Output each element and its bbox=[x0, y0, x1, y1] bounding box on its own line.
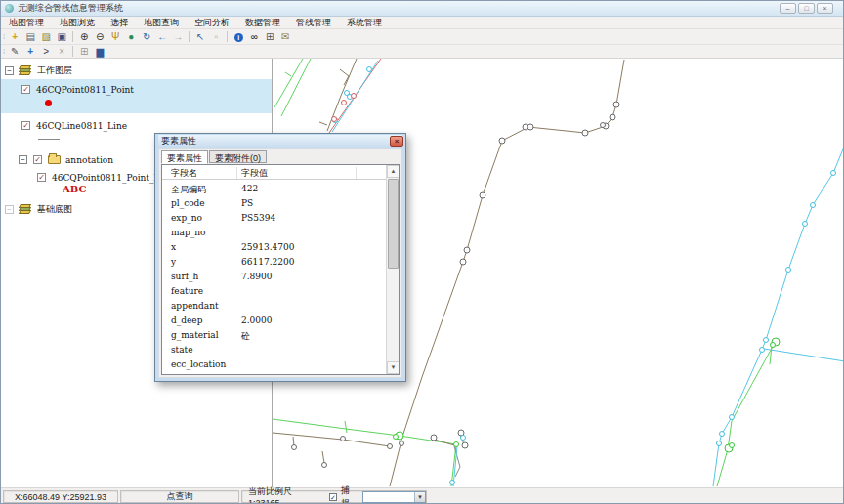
pipe-node[interactable] bbox=[760, 348, 765, 353]
snap-checkbox[interactable]: ✓ bbox=[329, 493, 337, 501]
toolbar-grip[interactable]: ⁞ bbox=[3, 47, 4, 56]
pipe-node[interactable] bbox=[322, 463, 327, 468]
pipe-node[interactable] bbox=[730, 443, 735, 448]
attr-row[interactable]: map_no bbox=[162, 227, 386, 241]
tree-node-work-layers[interactable]: − 工作图层 bbox=[5, 64, 72, 77]
pipe-node[interactable] bbox=[610, 114, 615, 120]
pipe-node[interactable] bbox=[811, 203, 816, 208]
tab-feature-attachments[interactable]: 要素附件(0) bbox=[209, 150, 267, 163]
full-extent-button[interactable]: ● bbox=[123, 30, 139, 44]
edit-sketch-button[interactable]: ✎ bbox=[7, 45, 22, 59]
attr-row[interactable]: d_deep2.0000 bbox=[162, 315, 386, 329]
tree-node-annotation[interactable]: − ✓ annotation bbox=[19, 153, 113, 166]
attr-row[interactable]: exp_noPS5394 bbox=[162, 212, 386, 227]
pipe-node[interactable] bbox=[720, 432, 725, 437]
dialog-close-button[interactable]: × bbox=[390, 136, 403, 147]
pipe-node[interactable] bbox=[462, 442, 468, 448]
menu-item-1[interactable]: 地图浏览 bbox=[52, 17, 103, 29]
refresh-button[interactable]: ↻ bbox=[139, 30, 154, 44]
toolbar-grip[interactable]: ⁞ bbox=[3, 32, 4, 41]
close-button[interactable]: × bbox=[817, 3, 833, 14]
menu-item-6[interactable]: 管线管理 bbox=[288, 17, 339, 29]
select-features-button[interactable]: ↖ bbox=[192, 30, 208, 44]
pipe-node[interactable] bbox=[831, 171, 836, 176]
zoom-out-button[interactable]: ⊖ bbox=[92, 30, 107, 44]
combobox-dropdown-arrow[interactable]: ▼ bbox=[414, 492, 425, 502]
expand-icon[interactable]: − bbox=[5, 205, 14, 214]
pipe-node[interactable] bbox=[764, 338, 769, 343]
layer-visibility-checkbox[interactable]: ✓ bbox=[33, 155, 42, 164]
pipe-node[interactable] bbox=[400, 441, 404, 446]
pipe-node[interactable] bbox=[464, 247, 470, 253]
maximize-button[interactable]: □ bbox=[798, 3, 815, 14]
dialog-title-bar[interactable]: 要素属性 bbox=[158, 135, 402, 147]
pipe-node[interactable] bbox=[450, 481, 455, 485]
menu-item-0[interactable]: 地图管理 bbox=[1, 17, 52, 29]
layer-visibility-checkbox[interactable]: ✓ bbox=[21, 121, 30, 130]
pipe-node[interactable] bbox=[771, 343, 776, 348]
pipe-node[interactable] bbox=[786, 268, 791, 273]
attr-row[interactable]: g_material砼 bbox=[162, 329, 386, 344]
menu-item-4[interactable]: 空间分析 bbox=[187, 17, 237, 29]
pipe-node[interactable] bbox=[292, 445, 297, 450]
zoom-in-button[interactable]: ⊕ bbox=[76, 30, 92, 44]
tree-node-basemap[interactable]: − 基础底图 bbox=[5, 203, 72, 216]
attr-row[interactable]: 全局编码422 bbox=[162, 183, 386, 197]
minimize-button[interactable]: – bbox=[780, 3, 796, 14]
menu-item-7[interactable]: 系统管理 bbox=[339, 17, 390, 29]
find-button[interactable]: ∞ bbox=[246, 30, 262, 44]
attr-row[interactable]: x25913.4700 bbox=[162, 241, 386, 256]
layer-visibility-checkbox[interactable]: ✓ bbox=[37, 173, 46, 182]
scroll-up-arrow[interactable]: ▲ bbox=[387, 165, 400, 178]
scroll-down-arrow[interactable]: ▼ bbox=[387, 361, 400, 374]
move-feature-button[interactable]: + bbox=[22, 45, 38, 59]
pipe-node[interactable] bbox=[431, 435, 437, 441]
pipe-node[interactable] bbox=[499, 138, 505, 144]
scrollbar-thumb[interactable] bbox=[388, 179, 399, 269]
pipe-node[interactable] bbox=[803, 222, 808, 227]
pipe-node[interactable] bbox=[613, 102, 619, 107]
pipe-node[interactable] bbox=[460, 259, 466, 265]
pipe-node[interactable] bbox=[461, 436, 466, 441]
print-button[interactable]: ✉ bbox=[277, 30, 293, 44]
tree-node-point-layer[interactable]: ✓ 46CQPoint0811_Point bbox=[21, 83, 134, 96]
pipe-node[interactable] bbox=[717, 441, 722, 446]
pipe-node[interactable] bbox=[352, 94, 357, 99]
pipe-node[interactable] bbox=[601, 123, 606, 128]
measure-button[interactable]: ⊞ bbox=[262, 30, 277, 44]
pipe-node[interactable] bbox=[388, 444, 393, 449]
snap-layer-combobox[interactable]: ▼ bbox=[362, 491, 426, 503]
attr-row[interactable]: y66117.2200 bbox=[162, 256, 386, 271]
collapse-icon[interactable]: − bbox=[5, 66, 14, 75]
db-connect-button[interactable]: ▤ bbox=[22, 30, 38, 44]
save-button[interactable]: ▣ bbox=[54, 30, 69, 44]
pipe-node[interactable] bbox=[528, 124, 533, 130]
collapse-icon[interactable]: − bbox=[19, 155, 27, 164]
back-button[interactable]: ← bbox=[154, 30, 170, 44]
chart-button[interactable]: ▆ bbox=[92, 45, 107, 59]
tree-node-line-layer[interactable]: ✓ 46CQLine0811_Line bbox=[21, 119, 127, 132]
menu-item-2[interactable]: 选择 bbox=[103, 17, 136, 29]
pipe-node[interactable] bbox=[730, 415, 735, 420]
pipe-node[interactable] bbox=[367, 67, 372, 72]
attr-row[interactable]: appendant bbox=[162, 300, 386, 315]
menu-item-5[interactable]: 数据管理 bbox=[237, 17, 288, 29]
attr-row[interactable]: pl_codePS bbox=[162, 197, 386, 212]
rotate-tool-button[interactable]: > bbox=[38, 45, 54, 59]
attr-row[interactable]: ecc_location bbox=[162, 358, 386, 373]
pan-button[interactable]: Ψ bbox=[107, 30, 123, 44]
menu-item-3[interactable]: 地图查询 bbox=[136, 17, 187, 29]
pipe-node[interactable] bbox=[454, 442, 459, 447]
add-layer-button[interactable]: ▨ bbox=[38, 30, 54, 44]
identify-button[interactable]: i bbox=[231, 30, 246, 44]
add-data-button[interactable]: + bbox=[7, 30, 22, 44]
attr-row[interactable]: state bbox=[162, 344, 386, 358]
tab-feature-attributes[interactable]: 要素属性 bbox=[161, 150, 208, 164]
pipe-node[interactable] bbox=[341, 437, 346, 441]
pipe-node[interactable] bbox=[480, 192, 485, 198]
pipe-node[interactable] bbox=[332, 117, 337, 122]
pipe-node[interactable] bbox=[582, 130, 588, 136]
vertical-scrollbar[interactable]: ▲ ▼ bbox=[386, 165, 399, 374]
pipe-node[interactable] bbox=[342, 101, 347, 105]
attr-row[interactable]: surf_h7.8900 bbox=[162, 271, 386, 285]
